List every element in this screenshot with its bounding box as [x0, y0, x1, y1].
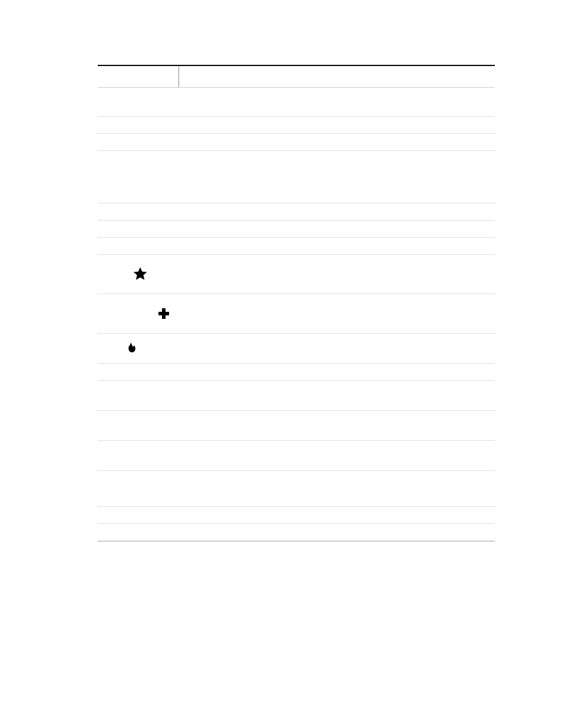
table-row [98, 381, 495, 411]
table-row [98, 255, 495, 294]
symbol-cell [98, 471, 179, 506]
star-icon [132, 266, 148, 282]
table-row [98, 441, 495, 471]
table-row [98, 151, 495, 203]
table-row [98, 134, 495, 151]
symbol-cell [98, 134, 179, 150]
symbol-cell [98, 203, 179, 220]
description-cell [179, 238, 495, 254]
plus-icon [157, 307, 171, 321]
description-cell [179, 88, 495, 116]
description-cell [179, 334, 495, 363]
description-cell [179, 471, 495, 506]
table-header-symbol [98, 66, 179, 87]
symbol-cell [98, 220, 179, 237]
description-cell [179, 151, 495, 203]
symbol-cell [98, 238, 179, 254]
description-cell [179, 220, 495, 237]
table-header-row [98, 66, 495, 88]
table-row [98, 334, 495, 364]
description-cell [179, 524, 495, 541]
description-cell [179, 134, 495, 150]
symbol-cell [98, 88, 179, 116]
table-row [98, 238, 495, 255]
page [0, 0, 562, 542]
symbol-cell [98, 294, 179, 333]
flame-icon [126, 341, 138, 355]
symbol-cell [98, 255, 179, 294]
table-row [98, 88, 495, 117]
description-cell [179, 255, 495, 294]
symbol-cell [98, 381, 179, 410]
description-cell [179, 203, 495, 220]
table-row [98, 220, 495, 238]
symbol-cell [98, 441, 179, 470]
table-row [98, 203, 495, 220]
table-row [98, 117, 495, 134]
table-row [98, 364, 495, 381]
symbol-cell [98, 151, 179, 203]
description-cell [179, 381, 495, 410]
table-header-description [179, 66, 495, 87]
description-cell [179, 441, 495, 470]
symbols-table [98, 65, 495, 542]
description-cell [179, 294, 495, 333]
symbol-cell [98, 117, 179, 133]
symbol-cell [98, 507, 179, 523]
table-row [98, 471, 495, 507]
table-row [98, 507, 495, 524]
table-row [98, 411, 495, 441]
description-cell [179, 411, 495, 440]
description-cell [179, 117, 495, 133]
description-cell [179, 507, 495, 523]
table-row [98, 294, 495, 334]
symbol-cell [98, 364, 179, 380]
symbol-cell [98, 411, 179, 440]
description-cell [179, 364, 495, 380]
symbol-cell [98, 524, 179, 541]
symbol-cell [98, 334, 179, 363]
table-row [98, 524, 495, 541]
